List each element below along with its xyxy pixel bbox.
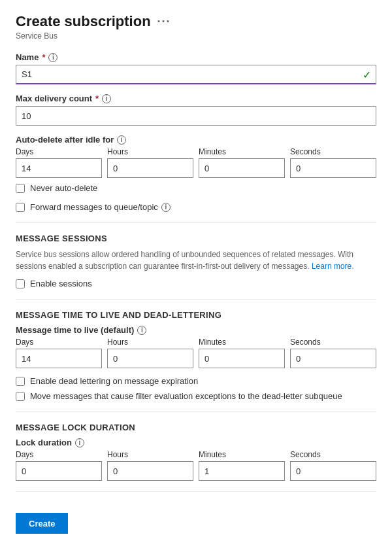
message-ttl-section: MESSAGE TIME TO LIVE AND DEAD-LETTERING … xyxy=(16,310,376,401)
auto-delete-days-col: Days xyxy=(16,147,102,178)
ttl-days-label: Days xyxy=(16,338,102,347)
ttl-minutes-label: Minutes xyxy=(199,338,285,347)
message-ttl-label: Message time to live (default) i xyxy=(16,325,376,335)
lock-days-label: Days xyxy=(16,450,102,459)
max-delivery-label: Max delivery count * i xyxy=(16,94,376,103)
ttl-seconds-input[interactable] xyxy=(290,349,376,368)
auto-delete-time-grid: Days Hours Minutes Seconds xyxy=(16,147,376,178)
name-input-wrapper: ✓ xyxy=(16,65,376,84)
divider-2 xyxy=(16,299,376,300)
auto-delete-days-label: Days xyxy=(16,147,102,156)
auto-delete-seconds-col: Seconds xyxy=(290,147,376,178)
forward-messages-section: Forward messages to queue/topic i xyxy=(16,202,376,212)
message-lock-heading: MESSAGE LOCK DURATION xyxy=(16,423,376,432)
enable-sessions-label: Enable sessions xyxy=(30,279,92,288)
divider-4 xyxy=(16,491,376,492)
never-auto-delete-checkbox[interactable] xyxy=(16,184,25,193)
auto-delete-hours-input[interactable] xyxy=(107,158,193,178)
name-input[interactable] xyxy=(16,65,376,84)
ttl-seconds-col: Seconds xyxy=(290,338,376,368)
message-ttl-heading: MESSAGE TIME TO LIVE AND DEAD-LETTERING xyxy=(16,310,376,320)
ttl-hours-col: Hours xyxy=(107,338,193,368)
max-delivery-info-icon[interactable]: i xyxy=(102,94,111,103)
message-sessions-heading: MESSAGE SESSIONS xyxy=(16,234,376,243)
enable-sessions-row: Enable sessions xyxy=(16,279,376,288)
never-auto-delete-label: Never auto-delete xyxy=(30,183,97,193)
lock-duration-time-grid: Days Hours Minutes Seconds xyxy=(16,450,376,481)
lock-days-col: Days xyxy=(16,450,102,481)
auto-delete-days-input[interactable] xyxy=(16,158,102,178)
ttl-hours-input[interactable] xyxy=(107,349,193,368)
divider-1 xyxy=(16,222,376,223)
message-sessions-description: Service bus sessions allow ordered handl… xyxy=(16,249,376,272)
lock-duration-label: Lock duration i xyxy=(16,438,376,447)
forward-messages-row: Forward messages to queue/topic i xyxy=(16,202,376,212)
auto-delete-minutes-col: Minutes xyxy=(199,147,285,178)
name-label: Name * i xyxy=(16,52,376,62)
lock-minutes-label: Minutes xyxy=(199,450,285,459)
lock-days-input[interactable] xyxy=(16,461,102,481)
ttl-days-input[interactable] xyxy=(16,349,102,368)
filter-eval-label: Move messages that cause filter evaluati… xyxy=(30,391,342,401)
auto-delete-section: Auto-delete after idle for i Days Hours … xyxy=(16,135,376,193)
never-auto-delete-row: Never auto-delete xyxy=(16,183,376,193)
page-header: Create subscription ··· Service Bus xyxy=(16,13,376,41)
enable-sessions-checkbox[interactable] xyxy=(16,279,25,288)
ttl-minutes-col: Minutes xyxy=(199,338,285,368)
name-required-star: * xyxy=(42,52,45,62)
filter-eval-row: Move messages that cause filter evaluati… xyxy=(16,391,376,401)
create-button[interactable]: Create xyxy=(16,513,68,534)
ttl-minutes-input[interactable] xyxy=(199,349,285,368)
lock-hours-input[interactable] xyxy=(107,461,193,481)
auto-delete-seconds-label: Seconds xyxy=(290,147,376,156)
lock-hours-label: Hours xyxy=(107,450,193,459)
page-title: Create subscription xyxy=(16,13,151,30)
forward-messages-checkbox[interactable] xyxy=(16,203,25,212)
page-subtitle: Service Bus xyxy=(16,31,376,41)
name-info-icon[interactable]: i xyxy=(48,53,57,62)
auto-delete-minutes-label: Minutes xyxy=(199,147,285,156)
ttl-hours-label: Hours xyxy=(107,338,193,347)
filter-eval-checkbox[interactable] xyxy=(16,392,25,401)
message-sessions-section: MESSAGE SESSIONS Service bus sessions al… xyxy=(16,234,376,288)
auto-delete-hours-label: Hours xyxy=(107,147,193,156)
divider-3 xyxy=(16,411,376,412)
message-ttl-time-grid: Days Hours Minutes Seconds xyxy=(16,338,376,368)
lock-duration-info-icon[interactable]: i xyxy=(75,438,84,447)
auto-delete-minutes-input[interactable] xyxy=(199,158,285,178)
max-delivery-required-star: * xyxy=(95,94,99,103)
auto-delete-seconds-input[interactable] xyxy=(290,158,376,178)
lock-seconds-label: Seconds xyxy=(290,450,376,459)
ttl-days-col: Days xyxy=(16,338,102,368)
auto-delete-hours-col: Hours xyxy=(107,147,193,178)
max-delivery-section: Max delivery count * i xyxy=(16,94,376,126)
auto-delete-label: Auto-delete after idle for i xyxy=(16,135,376,145)
name-section: Name * i ✓ xyxy=(16,52,376,84)
message-sessions-learn-more[interactable]: Learn more. xyxy=(312,262,354,271)
message-ttl-info-icon[interactable]: i xyxy=(137,326,146,335)
lock-minutes-col: Minutes xyxy=(199,450,285,481)
dead-letter-label: Enable dead lettering on message expirat… xyxy=(30,376,198,386)
lock-minutes-input[interactable] xyxy=(199,461,285,481)
forward-messages-info-icon[interactable]: i xyxy=(161,203,171,212)
lock-seconds-col: Seconds xyxy=(290,450,376,481)
max-delivery-input[interactable] xyxy=(16,106,376,126)
name-valid-icon: ✓ xyxy=(363,69,371,81)
lock-hours-col: Hours xyxy=(107,450,193,481)
forward-messages-label: Forward messages to queue/topic i xyxy=(30,202,171,212)
auto-delete-info-icon[interactable]: i xyxy=(117,135,126,145)
message-lock-section: MESSAGE LOCK DURATION Lock duration i Da… xyxy=(16,423,376,481)
ellipsis-menu-icon[interactable]: ··· xyxy=(157,15,171,29)
dead-letter-row: Enable dead lettering on message expirat… xyxy=(16,376,376,386)
lock-seconds-input[interactable] xyxy=(290,461,376,481)
dead-letter-checkbox[interactable] xyxy=(16,377,25,386)
ttl-seconds-label: Seconds xyxy=(290,338,376,347)
